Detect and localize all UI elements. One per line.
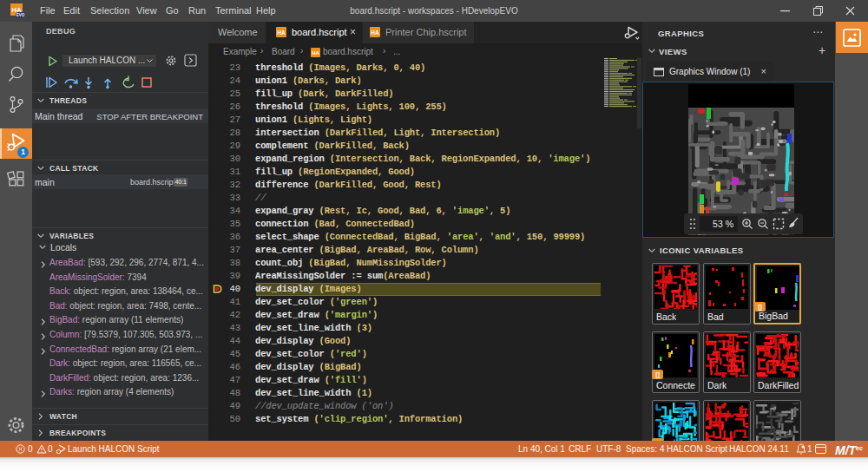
svg-text:HA: HA bbox=[312, 50, 319, 56]
svg-text:HA: HA bbox=[371, 30, 379, 36]
svg-text:HA: HA bbox=[277, 30, 286, 36]
